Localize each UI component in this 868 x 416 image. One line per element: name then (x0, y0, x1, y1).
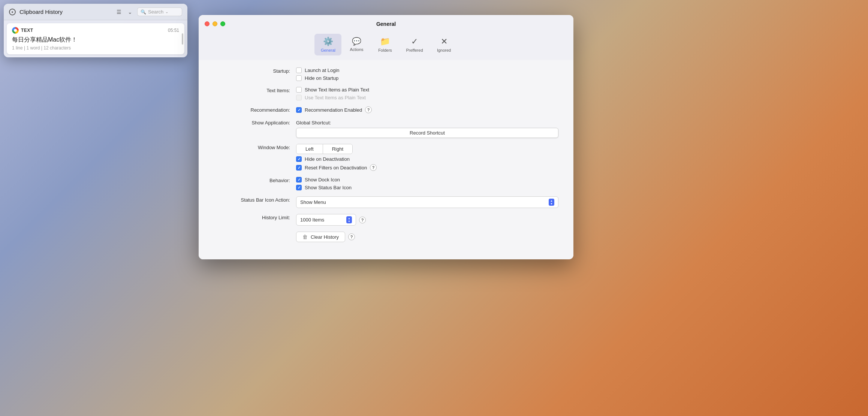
item-timestamp: 05:51 (168, 28, 179, 33)
scrollbar[interactable] (182, 33, 183, 45)
hide-on-deactivation-label: Hide on Deactivation (305, 156, 350, 162)
hide-on-startup-checkbox[interactable] (296, 75, 302, 81)
clipboard-title: Clipboard History (19, 9, 111, 15)
clipboard-item-type: TEXT (12, 27, 33, 34)
use-plain-text-checkbox[interactable] (296, 95, 302, 100)
settings-title: General (376, 21, 396, 27)
tab-folders[interactable]: 📁 Folders (371, 34, 398, 55)
window-mode-controls: Left Right Hide on Deactivation Reset Fi… (296, 144, 558, 171)
clear-history-inline: 🗑 Clear History ? (296, 232, 558, 242)
launch-at-login-row: Launch at Login (296, 67, 558, 73)
clipboard-item-content: 每日分享精品Mac软件！ (12, 36, 179, 44)
startup-row: Startup: Launch at Login Hide on Startup (214, 67, 558, 81)
dropdown-arrows-icon: ▲ ▼ (549, 199, 554, 206)
tab-ignored-label: Ignored (437, 48, 451, 52)
window-mode-left-button[interactable]: Left (296, 144, 323, 154)
history-limit-controls: 1000 Items ▲ ▼ ? (296, 214, 558, 226)
reset-filters-label: Reset Filters on Deactivation (305, 165, 367, 171)
show-plain-text-checkbox[interactable] (296, 87, 302, 93)
window-mode-group: Left Right (296, 144, 353, 154)
hide-on-deactivation-row: Hide on Deactivation (296, 156, 558, 162)
window-mode-right-button[interactable]: Right (323, 144, 352, 154)
text-items-row: Text Items: Show Text Items as Plain Tex… (214, 87, 558, 100)
window-mode-row: Window Mode: Left Right Hide on Deactiva… (214, 144, 558, 171)
window-close-button[interactable] (205, 21, 210, 26)
hide-on-startup-label: Hide on Startup (305, 75, 338, 81)
search-bar[interactable]: 🔍 Search ⌄ (137, 7, 182, 16)
text-items-controls: Show Text Items as Plain Text Use Text I… (296, 87, 558, 100)
hide-on-startup-row: Hide on Startup (296, 75, 558, 81)
clipboard-toolbar: ☰ ⌄ 🔍 Search ⌄ (115, 7, 182, 16)
reset-filters-row: Reset Filters on Deactivation ? (296, 164, 558, 171)
history-limit-dropdown[interactable]: 1000 Items ▲ ▼ (296, 214, 356, 226)
startup-controls: Launch at Login Hide on Startup (296, 67, 558, 81)
recommendation-label: Recommendation: (214, 106, 296, 113)
history-limit-help-button[interactable]: ? (359, 217, 366, 223)
history-limit-row: History Limit: 1000 Items ▲ ▼ ? (214, 214, 558, 226)
hide-on-deactivation-checkbox[interactable] (296, 156, 302, 162)
general-icon: ⚙️ (323, 37, 333, 46)
window-mode-label: Window Mode: (214, 144, 296, 150)
show-dock-icon-checkbox[interactable] (296, 177, 302, 183)
folders-icon: 📁 (380, 37, 390, 46)
clipboard-item[interactable]: TEXT 05:51 每日分享精品Mac软件！ 1 line | 1 word … (7, 23, 184, 54)
history-limit-value: 1000 Items (300, 217, 344, 223)
actions-icon: 💬 (352, 37, 361, 46)
preffered-icon: ✓ (411, 37, 418, 46)
reset-filters-checkbox[interactable] (296, 165, 302, 171)
launch-at-login-checkbox[interactable] (296, 67, 302, 73)
window-maximize-button[interactable] (220, 21, 225, 26)
tab-ignored[interactable]: ✕ Ignored (431, 34, 458, 55)
status-bar-icon-action-row: Status Bar Icon Action: Show Menu ▲ ▼ (214, 196, 558, 208)
show-status-bar-icon-checkbox[interactable] (296, 185, 302, 190)
settings-titlebar: General (199, 15, 573, 31)
behavior-controls: Show Dock Icon Show Status Bar Icon (296, 177, 558, 190)
clipboard-titlebar: ● Clipboard History ☰ ⌄ 🔍 Search ⌄ (4, 4, 187, 20)
clear-history-controls: 🗑 Clear History ? (296, 232, 558, 242)
tab-general[interactable]: ⚙️ General (314, 34, 341, 55)
clipboard-item-meta: 1 line | 1 word | 12 characters (12, 45, 179, 51)
history-limit-inline: 1000 Items ▲ ▼ ? (296, 214, 558, 226)
window-minimize-button[interactable] (213, 21, 217, 26)
recommendation-help-button[interactable]: ? (365, 106, 372, 113)
list-icon[interactable]: ☰ (115, 8, 123, 16)
status-bar-icon-action-controls: Show Menu ▲ ▼ (296, 196, 558, 208)
record-shortcut-button[interactable]: Record Shortcut (296, 128, 558, 138)
tab-actions[interactable]: 💬 Actions (343, 34, 370, 55)
search-placeholder: Search (148, 9, 163, 15)
recommendation-checkbox[interactable] (296, 107, 302, 113)
status-bar-action-dropdown[interactable]: Show Menu ▲ ▼ (296, 196, 558, 208)
chevron-down-icon2: ▼ (348, 220, 350, 223)
launch-at-login-label: Launch at Login (305, 67, 340, 73)
recommendation-row: Recommendation: Recommendation Enabled ? (214, 106, 558, 113)
clear-history-button[interactable]: 🗑 Clear History (296, 232, 345, 242)
recommendation-enabled-label: Recommendation Enabled (305, 107, 362, 113)
clear-history-help-button[interactable]: ? (348, 233, 355, 240)
use-plain-text-row: Use Text Items as Plain Text (296, 95, 558, 100)
show-status-bar-icon-row: Show Status Bar Icon (296, 185, 558, 190)
behavior-row: Behavior: Show Dock Icon Show Status Bar… (214, 177, 558, 190)
show-plain-text-row: Show Text Items as Plain Text (296, 87, 558, 93)
chevron-down-icon[interactable]: ⌄ (126, 8, 134, 16)
recommendation-controls: Recommendation Enabled ? (296, 106, 558, 113)
text-items-label: Text Items: (214, 87, 296, 93)
clear-history-spacer (214, 232, 296, 232)
tab-preffered[interactable]: ✓ Preffered (400, 34, 429, 55)
search-chevron-icon: ⌄ (165, 10, 168, 14)
status-bar-action-value: Show Menu (300, 199, 546, 205)
item-type-label: TEXT (21, 28, 33, 33)
show-status-bar-icon-label: Show Status Bar Icon (305, 185, 352, 190)
startup-label: Startup: (214, 67, 296, 74)
history-limit-label: History Limit: (214, 214, 296, 220)
clear-history-row: 🗑 Clear History ? (214, 232, 558, 242)
show-plain-text-label: Show Text Items as Plain Text (305, 87, 369, 93)
clear-history-label: Clear History (311, 234, 339, 240)
reset-filters-help-button[interactable]: ? (370, 164, 377, 171)
behavior-label: Behavior: (214, 177, 296, 183)
search-icon: 🔍 (141, 9, 146, 15)
chevron-up-icon: ▲ (550, 199, 553, 202)
chevron-up-icon2: ▲ (348, 217, 350, 220)
clipboard-icon: ● (9, 9, 16, 15)
tab-folders-label: Folders (378, 48, 392, 52)
use-plain-text-label: Use Text Items as Plain Text (305, 95, 366, 100)
